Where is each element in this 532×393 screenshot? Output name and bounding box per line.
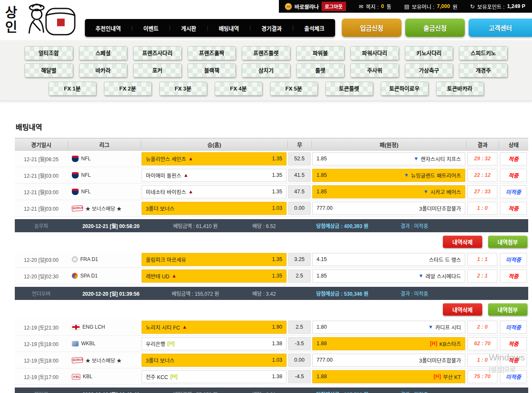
league-name: NFL <box>81 156 91 162</box>
mail-count: 0 <box>381 3 384 9</box>
merchant-logo-illustration <box>16 1 80 40</box>
game-button[interactable]: 바카라 <box>79 63 128 77</box>
game-button[interactable]: 프렌즈홀짝 <box>188 46 236 60</box>
down-arrow-icon: ▼ <box>428 324 433 330</box>
league-name: ★ 보너스배당 ★ <box>85 357 122 364</box>
game-button[interactable]: 포커 <box>133 63 182 77</box>
delete-history-button[interactable]: 내역삭제 <box>443 236 482 248</box>
game-button[interactable]: 멀티조합 <box>25 46 73 60</box>
mail-label: 쪽지 : <box>366 3 379 11</box>
draw-value-box: 3.25 <box>288 253 311 266</box>
match-datetime: 12-20 [일]03:00 <box>15 251 68 267</box>
game-button[interactable]: FX 4분 <box>215 82 262 96</box>
game-button[interactable]: 룰렛 <box>296 63 345 77</box>
result-cell: 2 : 1 <box>466 268 499 284</box>
nav-item-5[interactable]: 경기결과 <box>262 24 282 32</box>
draw-value-box: 47.5 <box>288 185 311 198</box>
status-cell: 적중 <box>499 335 528 352</box>
away-pick-box: 1.85▼캔자스시티 치프스 <box>312 152 465 165</box>
game-button[interactable]: 삼치기 <box>242 63 290 77</box>
nav-item-2[interactable]: 이벤트 <box>143 24 158 32</box>
nav-separator: | <box>169 25 170 31</box>
game-button[interactable]: 토큰룰렛 <box>325 82 373 96</box>
status-cell: 적중 <box>499 352 528 368</box>
game-button[interactable]: 해달별 <box>25 63 73 77</box>
draw-value-box: -4.5 <box>288 370 311 383</box>
summary-datetime: 2020-12-21 [월] 00:58:20 <box>68 222 154 229</box>
points-label: 보유포인트 : <box>477 3 504 11</box>
game-button[interactable]: 프렌즈사다리 <box>133 46 182 60</box>
home-cell: 우리은행[H]1.38 <box>141 335 287 352</box>
home-cell: 레반테 UD▲1.35 <box>141 268 287 284</box>
draw-cell: -4.5 <box>287 368 311 385</box>
game-button[interactable]: FX 3분 <box>159 82 207 96</box>
league-name: WKBL <box>81 341 95 346</box>
status-badge: 적중 <box>500 269 527 283</box>
game-button[interactable]: 프렌즈룰렛 <box>242 46 290 60</box>
nav-item-6[interactable]: 출석체크 <box>304 24 325 32</box>
nfl-league-icon <box>72 172 79 179</box>
up-arrow-icon: ▲ <box>172 273 177 279</box>
home-pick-box: 3폴더 보너스1.03 <box>142 354 286 367</box>
game-button[interactable]: 토큰하이로우 <box>381 82 428 96</box>
support-button[interactable]: 고객센터 <box>469 19 532 37</box>
game-button[interactable]: FX 2분 <box>104 82 152 96</box>
deposit-button[interactable]: 입금신청 <box>342 19 401 37</box>
bet-row: 12-21 [월]06:25NFL뉴올리언스 세인츠▲1.3552.51.85▼… <box>15 151 528 167</box>
money-status[interactable]: ▤ 보유머니 : 7,000 원 <box>404 3 457 11</box>
home-team: 마이애미 돌핀스▲ <box>146 171 188 179</box>
user-chip[interactable]: 50 바로쌀랴나 로그아웃 <box>285 2 346 11</box>
logo-seal-stamp <box>57 19 65 26</box>
away-odds: 1.80 <box>316 324 327 330</box>
site-logo[interactable]: 상인 <box>3 1 84 40</box>
eng-league-icon <box>72 324 80 330</box>
home-pick-box: 우리은행[H]1.38 <box>142 337 286 350</box>
game-button[interactable]: 개경주 <box>459 63 507 77</box>
status-cell: 미적중 <box>499 368 528 385</box>
summary-result: 결과 : 미적중 <box>393 390 428 393</box>
withdraw-button[interactable]: 출금신청 <box>405 19 465 37</box>
attach-history-button[interactable]: 내역첨부 <box>488 303 527 316</box>
game-button[interactable]: 파워볼 <box>296 46 345 60</box>
attach-history-button[interactable]: 내역첨부 <box>488 236 527 248</box>
bet-row: 12-20 [일]03:00FRA D1올림피크 마르세유1.353.254.1… <box>15 251 528 268</box>
away-odds: 1.88 <box>316 341 327 346</box>
game-buttons-row-2: 해달별바카라포커블랙잭삼치기룰렛주사위가상축구개경주 <box>25 63 507 77</box>
game-button[interactable]: FX 1분 <box>49 82 96 96</box>
away-cell: 4.15스타드 드 랭스 <box>311 251 466 267</box>
summary-total-odds: 배당 : 3.42 <box>237 290 292 297</box>
nav-item-1[interactable]: 추천인내역 <box>95 24 121 32</box>
logout-button[interactable]: 로그아웃 <box>322 2 346 11</box>
game-button[interactable]: 주사위 <box>350 63 399 77</box>
game-button[interactable]: 스페셜 <box>79 46 128 60</box>
game-button[interactable]: FX 5분 <box>270 82 318 96</box>
away-odds: 1.88 <box>316 374 327 379</box>
game-button[interactable]: 파워사다리 <box>350 46 399 60</box>
league-name: SPA D1 <box>80 273 98 279</box>
home-cell: 올림피크 마르세유1.35 <box>141 251 287 267</box>
mail-unit: 통 <box>387 3 392 11</box>
game-button[interactable]: 스피드키노 <box>459 46 507 60</box>
points-status[interactable]: ↻ 보유포인트 : 1,249 P <box>470 3 525 11</box>
away-odds: 1.85 <box>316 156 327 162</box>
home-handicap-tag: [H] <box>170 374 177 379</box>
home-odds: 1.35 <box>272 172 282 178</box>
game-button[interactable]: 키노사다리 <box>405 46 453 60</box>
mail-status[interactable]: ✉ 쪽지 : 0 통 <box>359 3 391 11</box>
match-datetime: 12-21 [월]03:00 <box>15 167 68 183</box>
away-cell: 1.88[H]KB스타즈 <box>311 335 466 352</box>
league-cell: ★ 보너스배당 ★ <box>68 200 141 216</box>
summary-datetime: 2020-12-19 [토] 16:43:41 <box>68 390 154 393</box>
result-cell: 1 : 0 <box>466 352 499 368</box>
draw-value-box: -3.5 <box>288 337 311 350</box>
nav-item-3[interactable]: 게시판 <box>181 24 196 32</box>
game-button[interactable]: 가상축구 <box>405 63 453 77</box>
game-button[interactable]: 토큰바카라 <box>436 82 484 96</box>
nav-item-4[interactable]: 배팅내역 <box>219 24 239 32</box>
game-button[interactable]: 블랙잭 <box>188 63 236 77</box>
away-team: 3폴더미단조합불가 <box>419 204 461 212</box>
status-badge: 적중 <box>500 152 527 165</box>
delete-history-button[interactable]: 내역삭제 <box>443 303 482 316</box>
league-name: ENG LCH <box>82 324 105 330</box>
summary-bet-amount: 베팅금액 : 155,072 원 <box>154 290 237 297</box>
